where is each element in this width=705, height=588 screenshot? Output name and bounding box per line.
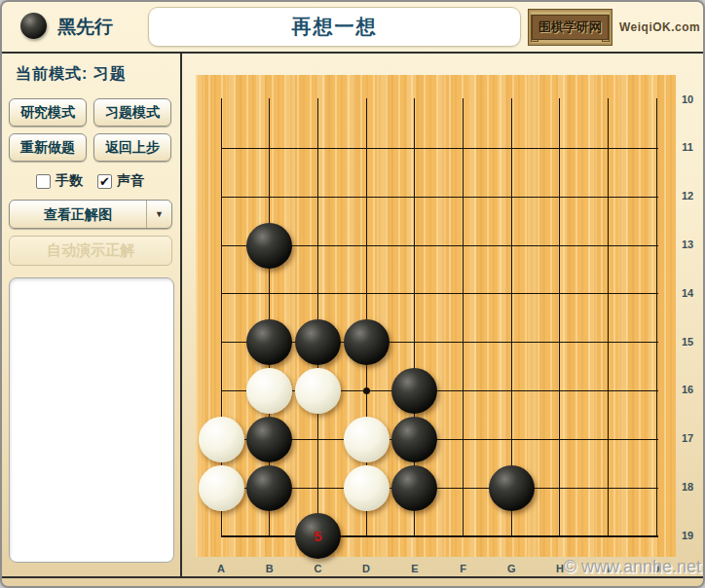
auto-demo-button[interactable]: 自动演示正解 xyxy=(9,236,172,266)
star-point xyxy=(363,387,370,394)
row-label: 14 xyxy=(676,287,699,299)
sound-option: ✔ 声音 xyxy=(97,172,144,190)
column-label: C xyxy=(308,563,327,574)
black-stone xyxy=(246,319,292,365)
black-stone: 5 xyxy=(295,513,341,559)
black-stone-icon xyxy=(20,13,47,39)
row-label: 10 xyxy=(676,93,699,105)
row-label: 13 xyxy=(676,239,699,250)
view-solution-dropdown[interactable]: 查看正解图 ▼ xyxy=(9,200,172,229)
black-stone xyxy=(246,465,292,511)
column-label: A xyxy=(211,563,231,574)
turn-label: 黑先行 xyxy=(57,15,113,40)
grid-line xyxy=(608,98,609,537)
grid-line xyxy=(221,293,658,294)
column-label: F xyxy=(454,563,473,574)
black-stone xyxy=(246,417,292,462)
row-label: 12 xyxy=(676,190,699,202)
redo-problem-button[interactable]: 重新做题 xyxy=(9,133,87,162)
site-logo-text: 围棋学研网 xyxy=(532,15,609,40)
column-label: E xyxy=(405,563,425,574)
white-stone xyxy=(199,465,244,511)
column-label: G xyxy=(501,563,521,574)
site-url-label: WeiqiOK.com xyxy=(619,20,700,34)
white-stone xyxy=(295,368,341,414)
row-label: 16 xyxy=(676,384,699,395)
exercise-mode-button[interactable]: 习题模式 xyxy=(93,98,171,127)
footer-strip xyxy=(2,578,703,586)
message-text: 再想一想 xyxy=(292,14,378,40)
move-numbers-label: 手数 xyxy=(56,172,83,190)
sound-label: 声音 xyxy=(117,172,144,190)
grid-line xyxy=(221,197,658,198)
board-area: © www.annhe.net ABCDEFGHIJ10111213141516… xyxy=(182,54,703,576)
grid-line xyxy=(656,98,657,537)
view-solution-label: 查看正解图 xyxy=(10,201,146,228)
black-stone xyxy=(246,223,292,269)
row-label: 19 xyxy=(676,530,699,541)
black-stone xyxy=(391,465,437,511)
move-list[interactable] xyxy=(9,277,174,563)
move-numbers-option: 手数 xyxy=(36,172,83,190)
white-stone xyxy=(344,417,390,462)
chevron-down-icon[interactable]: ▼ xyxy=(146,201,171,228)
undo-step-button[interactable]: 返回上步 xyxy=(93,133,171,162)
column-label: B xyxy=(260,563,279,574)
sidebar: 当前模式: 习题 研究模式 习题模式 重新做题 返回上步 手数 ✔ 声音 查看正… xyxy=(2,54,182,576)
black-stone xyxy=(295,319,341,365)
row-label: 17 xyxy=(676,432,699,444)
move-number-label: 5 xyxy=(295,513,341,559)
white-stone xyxy=(199,417,244,462)
research-mode-button[interactable]: 研究模式 xyxy=(9,98,87,127)
row-label: 15 xyxy=(676,336,699,348)
watermark: © www.annhe.net xyxy=(564,557,701,577)
row-label: 18 xyxy=(676,481,699,493)
black-stone xyxy=(489,465,535,511)
current-mode-label: 当前模式: 习题 xyxy=(16,64,127,85)
sound-checkbox[interactable]: ✔ xyxy=(97,174,112,189)
white-stone xyxy=(246,368,292,414)
move-numbers-checkbox[interactable] xyxy=(36,174,51,189)
grid-line xyxy=(221,148,658,149)
header: 黑先行 再想一想 围棋学研网 WeiqiOK.com xyxy=(2,2,703,52)
site-logo[interactable]: 围棋学研网 xyxy=(528,9,612,46)
black-stone xyxy=(391,417,437,462)
white-stone xyxy=(344,465,390,511)
black-stone xyxy=(391,368,437,414)
black-stone xyxy=(344,319,390,365)
grid-line xyxy=(221,535,658,537)
grid-line xyxy=(559,98,560,537)
app-window: 黑先行 再想一想 围棋学研网 WeiqiOK.com 当前模式: 习题 研究模式… xyxy=(0,0,705,588)
grid-line xyxy=(463,98,464,537)
message-box: 再想一想 xyxy=(148,7,521,47)
row-label: 11 xyxy=(676,141,699,153)
column-label: D xyxy=(356,563,376,574)
grid-line xyxy=(317,98,318,537)
